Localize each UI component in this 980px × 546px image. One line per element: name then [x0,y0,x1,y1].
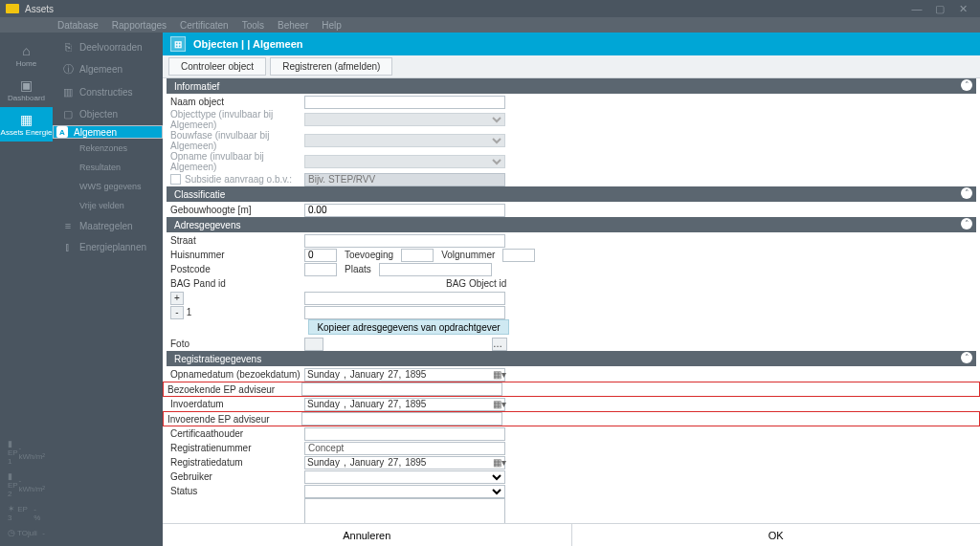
nav-energieplannen[interactable]: ⫿Energieplannen [53,236,163,257]
label-opnamedatum: Opnamedatum (bezoekdatum) [167,369,301,380]
menu-tools[interactable]: Tools [242,20,264,31]
date-opnamedatum[interactable]: Sunday,January27,1895▦▾ [304,368,505,382]
select-gebruiker[interactable] [304,470,505,484]
menu-beheer[interactable]: Beheer [278,20,308,31]
nav: ⎘Deelvoorraden ⓘAlgemeen ▥Constructies ▢… [53,33,163,546]
home-icon: ⌂ [22,44,30,57]
input-bag-row[interactable] [304,306,505,319]
collapse-icon[interactable]: ˄ [961,352,972,363]
date-invoerdatum[interactable]: Sunday,January27,1895▦▾ [304,398,505,411]
input-gebouwhoogte[interactable] [304,204,505,217]
calendar-icon[interactable]: ▦▾ [491,457,502,468]
app-title: Assets [25,4,54,14]
calendar-icon[interactable]: ▦▾ [491,399,502,409]
nav-maatregelen[interactable]: ≡Maatregelen [53,215,163,236]
nav-objecten[interactable]: ▢Objecten [53,103,163,125]
label-postcode: Postcode [167,264,301,274]
input-huisnummer[interactable] [304,249,337,262]
chart-icon: ⫿ [62,241,74,252]
input-volgnummer[interactable] [502,249,535,262]
algemeen-badge: A [56,126,68,138]
date-registratiedatum[interactable]: Sunday,January27,1895▦▾ [304,456,505,470]
nav-algemeen-top[interactable]: ⓘAlgemeen [53,57,163,81]
label-plaats: Plaats [345,264,371,274]
calendar-icon[interactable]: ▦▾ [491,369,502,380]
input-certificaathouder[interactable] [304,427,505,441]
nav-deelvoorraden[interactable]: ⎘Deelvoorraden [53,36,163,57]
nav-algemeen[interactable]: AAlgemeen [53,125,163,139]
label-registratiedatum: Registratiedatum [167,457,301,468]
nav-constructies[interactable]: ▥Constructies [53,81,163,103]
label-volgnummer: Volgnummer [441,250,495,260]
collapse-icon[interactable]: ˄ [961,218,972,229]
photo-more-button[interactable]: … [492,338,507,351]
grid-icon: ⊞ [170,36,186,52]
menu-database[interactable]: Database [57,20,99,31]
metric-ep2: ▮ EP 2- kWh/m² [0,469,53,501]
input-straat[interactable] [304,234,505,248]
rail-home[interactable]: ⌂Home [0,38,53,73]
tab-registreren[interactable]: Registreren (afmelden) [270,57,392,76]
close-button[interactable]: ✕ [951,3,974,15]
add-button[interactable]: + [170,292,184,305]
ok-button[interactable]: OK [572,524,981,546]
list-icon: ≡ [62,220,74,231]
metric-ep1: ▮ EP 1- kWh/m² [0,436,53,469]
nav-vrije-velden[interactable]: Vrije velden [53,196,163,215]
menu-rapportages[interactable]: Rapportages [112,20,167,31]
section-informatief[interactable]: Informatief˄ [167,78,976,94]
checkbox-subsidie[interactable] [170,174,181,185]
nav-wws[interactable]: WWS gegevens [53,177,163,196]
metric-tojuli: ◷ TOjuli- [0,525,53,540]
input-toevoeging[interactable] [401,249,434,262]
photo-button[interactable] [304,338,323,351]
maximize-button[interactable]: ▢ [928,3,951,15]
label-bag-object: BAG Object id [442,278,506,289]
tabs: Controleer object Registreren (afmelden) [163,55,980,78]
remove-button[interactable]: - [170,306,184,319]
metric-ep3: ✶ EP 3- % [0,501,53,525]
info-icon: ⓘ [62,62,74,76]
label-foto: Foto [167,339,301,349]
input-plaats[interactable] [379,263,492,276]
label-bag-pand: BAG Pand id [167,278,301,289]
highlight-bezoekende: Bezoekende EP adviseur [163,382,980,397]
input-bezoekende[interactable] [301,382,502,396]
menu-certificaten[interactable]: Certificaten [180,20,229,31]
select-objecttype [304,113,505,126]
label-objecttype: Objecttype (invulbaar bij Algemeen) [167,109,301,130]
label-gebruiker: Gebruiker [167,471,301,482]
input-invoerende[interactable] [301,412,502,426]
form-scroll[interactable]: Informatief˄ Naam object Objecttype (inv… [163,78,980,523]
cancel-button[interactable]: Annuleren [163,524,571,546]
app-icon [6,4,19,13]
footer: Annuleren OK [163,523,980,546]
section-registratie[interactable]: Registratiegegevens˄ [167,351,976,366]
tab-controleer[interactable]: Controleer object [168,57,266,76]
dashboard-icon: ▣ [20,78,33,92]
section-adresgegevens[interactable]: Adresgegevens˄ [167,217,976,232]
nav-resultaten[interactable]: Resultaten [53,158,163,177]
label-bezoekende: Bezoekende EP adviseur [164,384,298,395]
nav-rekenzones[interactable]: Rekenzones [53,139,163,158]
select-status[interactable] [304,485,505,498]
input-postcode[interactable] [304,263,337,276]
label-subsidie: Subsidie aanvraag o.b.v.: [167,174,301,186]
collapse-icon[interactable]: ˄ [961,79,972,91]
select-opname [304,155,505,168]
breadcrumb: ⊞ Objecten | | Algemeen [163,33,980,55]
section-classificatie[interactable]: Classificatie˄ [167,186,976,202]
collapse-icon[interactable]: ˄ [961,187,972,199]
copy-address-button[interactable]: Kopieer adresgegevens van opdrachtgever [308,319,509,335]
input-bag-object[interactable] [304,292,505,305]
value-registratienummer: Concept [304,442,505,455]
rail-assets-energie[interactable]: ▦Assets Energie [0,107,53,142]
label-invoerdatum: Invoerdatum [167,399,301,409]
input-naam-object[interactable] [304,96,505,109]
label-straat: Straat [167,235,301,246]
menu-help[interactable]: Help [322,20,342,31]
textarea-notes[interactable] [304,498,505,523]
label-invoerende: Invoerende EP adviseur [164,414,298,425]
rail-dashboard[interactable]: ▣Dashboard [0,73,53,107]
minimize-button[interactable]: — [905,3,928,14]
